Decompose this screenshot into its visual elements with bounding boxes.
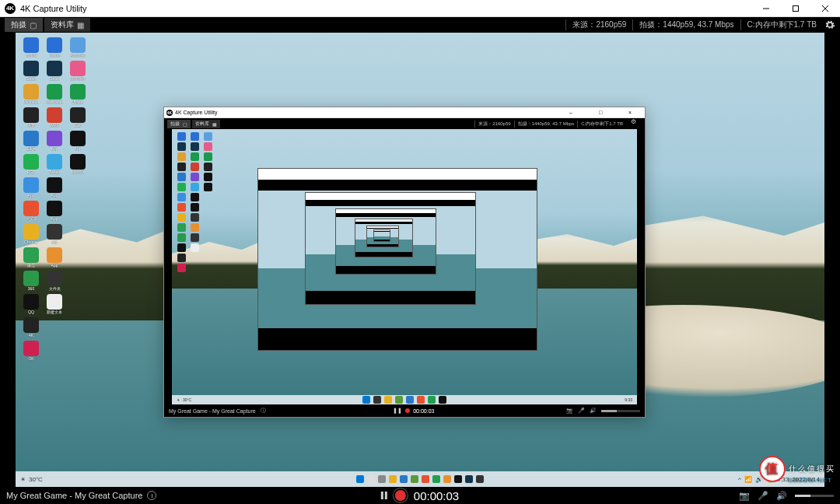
desktop-icon[interactable]: Twitter xyxy=(44,154,65,174)
desktop-icon[interactable] xyxy=(175,183,187,191)
snapshot-icon[interactable]: 📷 xyxy=(739,491,750,501)
desktop-icon[interactable]: App xyxy=(44,201,65,221)
taskbar-app3-icon[interactable] xyxy=(476,475,484,483)
mic-icon[interactable]: 🎤 xyxy=(758,491,768,501)
inner-mic-icon[interactable]: 🎤 xyxy=(578,408,585,414)
inner-settings-icon[interactable]: ⚙ xyxy=(631,118,642,129)
desktop-icon[interactable]: Microsoft xyxy=(20,84,42,104)
inner-tab-capture[interactable]: 拍摄 ▢ xyxy=(167,120,191,128)
volume-icon[interactable]: 🔊 xyxy=(776,491,787,501)
desktop-icon[interactable] xyxy=(188,183,201,191)
desktop-icon[interactable]: Epic xyxy=(67,107,89,128)
desktop-icon[interactable] xyxy=(201,152,214,161)
desktop-icon[interactable]: WPS xyxy=(44,107,65,128)
taskbar-chrome-icon[interactable] xyxy=(422,475,429,483)
desktop-icon[interactable] xyxy=(188,193,201,201)
desktop-icon[interactable]: 哔哩哔哩 xyxy=(67,61,89,81)
desktop-icon[interactable] xyxy=(175,233,187,242)
desktop-icon[interactable] xyxy=(201,163,214,171)
desktop-icon[interactable] xyxy=(175,223,187,232)
desktop-icon[interactable]: 4K xyxy=(20,317,42,338)
desktop-icon[interactable]: 360 xyxy=(20,271,42,291)
desktop-icon[interactable]: 回收站 xyxy=(44,37,65,58)
taskbar-explorer-icon[interactable] xyxy=(389,475,397,483)
minimize-button[interactable] xyxy=(751,0,781,17)
desktop-icon[interactable] xyxy=(201,132,214,141)
inner-volume-slider[interactable] xyxy=(601,410,640,412)
desktop-icon[interactable] xyxy=(175,213,187,222)
inner-info-icon[interactable]: ⓘ xyxy=(261,407,266,415)
inner-record-button[interactable] xyxy=(405,408,410,413)
desktop-icon[interactable] xyxy=(175,264,187,272)
desktop-icon[interactable]: 此电脑 xyxy=(20,37,42,58)
taskbar-app-icon[interactable] xyxy=(443,475,451,483)
desktop-icon[interactable] xyxy=(188,152,201,161)
desktop-icon[interactable] xyxy=(188,233,201,242)
desktop-icon[interactable]: App xyxy=(44,177,65,198)
desktop-icon[interactable] xyxy=(188,173,201,181)
desktop-icon[interactable] xyxy=(175,173,187,181)
desktop-icon[interactable]: 浏览器 xyxy=(20,201,42,221)
taskbar-taskview-icon[interactable] xyxy=(378,475,386,483)
inner-tab-library[interactable]: 资料库 ▦ xyxy=(192,120,220,128)
info-icon[interactable]: i xyxy=(147,491,156,500)
inner-volume-icon[interactable]: 🔊 xyxy=(590,408,597,414)
desktop-icon[interactable]: Ubisoft xyxy=(67,84,89,104)
desktop-icon[interactable]: Edge xyxy=(20,131,42,151)
inner-pause-icon[interactable]: ❚❚ xyxy=(393,408,402,414)
tab-capture[interactable]: 拍摄 ▢ xyxy=(5,18,43,32)
taskbar-start-icon[interactable] xyxy=(356,475,364,483)
desktop-icon[interactable]: Monitor xyxy=(67,154,89,174)
desktop-icon[interactable]: 控制面板 xyxy=(67,37,89,58)
desktop-icon[interactable] xyxy=(201,173,214,181)
inner-snapshot-icon[interactable]: 📷 xyxy=(566,408,573,414)
desktop-icon[interactable] xyxy=(201,142,214,151)
volume-slider[interactable] xyxy=(795,495,834,497)
desktop-icon[interactable]: OK xyxy=(20,341,42,361)
taskbar-steam-icon[interactable] xyxy=(465,475,473,483)
taskbar-search-icon[interactable] xyxy=(367,475,375,483)
desktop-icon[interactable]: 新建文本 xyxy=(44,294,65,314)
desktop-icon[interactable] xyxy=(188,163,201,171)
desktop-icon[interactable]: Chrome xyxy=(20,224,42,244)
taskbar-app2-icon[interactable] xyxy=(454,475,462,483)
desktop-icon[interactable]: 设置 xyxy=(20,107,42,128)
close-button[interactable] xyxy=(810,0,840,17)
maximize-button[interactable] xyxy=(781,0,810,17)
desktop-icon[interactable] xyxy=(175,203,187,212)
desktop-icon[interactable] xyxy=(188,243,201,252)
desktop-icon[interactable] xyxy=(175,132,187,141)
taskbar-weather[interactable]: ☀ 30°C xyxy=(20,476,43,483)
taskbar-store-icon[interactable] xyxy=(411,475,418,483)
desktop-icon[interactable]: 微信 xyxy=(20,247,42,268)
tab-library[interactable]: 资料库 ▦ xyxy=(44,18,90,32)
desktop-icon[interactable] xyxy=(188,132,201,141)
desktop-icon[interactable] xyxy=(188,213,201,222)
desktop-icon[interactable] xyxy=(188,142,201,151)
desktop-icon[interactable] xyxy=(175,254,187,262)
desktop-icon[interactable]: RGB xyxy=(20,154,42,174)
desktop-icon[interactable]: Steam xyxy=(44,61,65,81)
desktop-icon[interactable] xyxy=(175,163,187,171)
desktop-icon[interactable]: App xyxy=(67,131,89,151)
desktop-icon[interactable] xyxy=(201,183,214,191)
tray-wifi-icon[interactable]: 📶 xyxy=(744,476,752,483)
taskbar-wechat-icon[interactable] xyxy=(432,475,440,483)
tray-icon[interactable]: ^ xyxy=(738,476,741,483)
desktop-icon[interactable] xyxy=(175,193,187,201)
desktop-icon[interactable]: App xyxy=(20,177,42,198)
desktop-icon[interactable]: App xyxy=(44,247,65,268)
desktop-icon[interactable]: QQ xyxy=(20,294,42,314)
desktop-icon[interactable]: Wallpaper xyxy=(44,84,65,104)
desktop-icon[interactable]: App xyxy=(44,224,65,244)
pause-button[interactable] xyxy=(381,492,387,499)
desktop-icon[interactable]: App xyxy=(44,131,65,151)
record-button[interactable] xyxy=(395,490,406,501)
desktop-icon[interactable] xyxy=(175,142,187,151)
desktop-icon[interactable] xyxy=(188,223,201,232)
desktop-icon[interactable] xyxy=(175,152,187,161)
settings-icon[interactable] xyxy=(824,19,835,30)
taskbar-edge-icon[interactable] xyxy=(400,475,408,483)
desktop-icon[interactable] xyxy=(188,203,201,212)
desktop-icon[interactable]: Steam xyxy=(20,61,42,81)
